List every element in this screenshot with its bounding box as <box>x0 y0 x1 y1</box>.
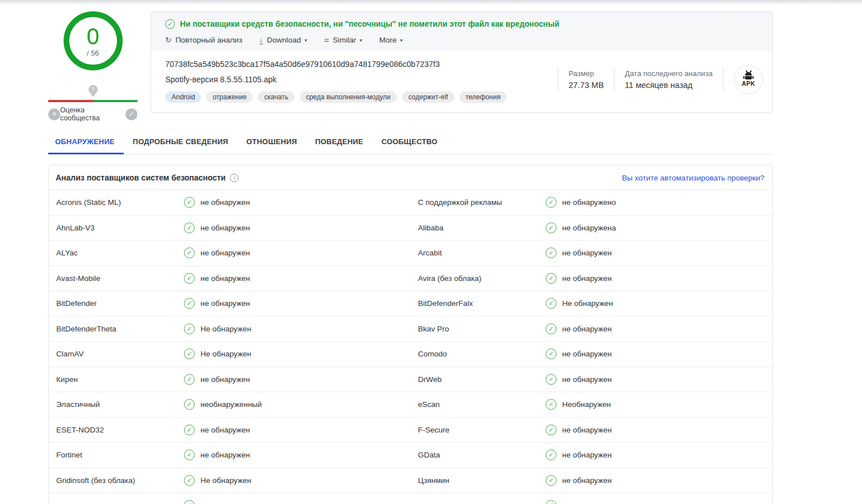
engine-name: Gridinsoft (без облака) <box>56 476 184 485</box>
apk-file-type-badge: APK <box>734 65 763 94</box>
status-text: не обнаружен <box>562 426 612 434</box>
vendor-cell: ✓ <box>411 500 772 504</box>
tag-generic[interactable]: содержит-elf <box>402 91 454 103</box>
tab-detection[interactable]: ОБНАРУЖЕНИЕ <box>48 131 124 154</box>
engine-status: ✓Не обнаружен <box>546 298 613 309</box>
tag-android[interactable]: Android <box>165 91 201 103</box>
engine-status: ✓не обнаружен <box>546 425 612 435</box>
check-icon: ✓ <box>546 273 556 284</box>
vote-harmless-button[interactable]: ✓ <box>125 108 137 120</box>
vendor-cell: Avast-Mobile✓не обнаружен <box>49 273 411 284</box>
engine-status: ✓не обнаружен <box>184 222 250 233</box>
check-icon: ✓ <box>184 348 195 359</box>
divider <box>558 68 558 91</box>
status-text: не обнаружен <box>562 325 612 333</box>
check-icon: ✓ <box>546 324 556 334</box>
divider <box>614 68 614 91</box>
engine-name: F-Secure <box>418 426 546 434</box>
status-text: Не обнаружен <box>562 299 613 308</box>
engine-name: Avast-Mobile <box>56 274 184 283</box>
tag-generic[interactable]: телефония <box>459 91 507 103</box>
check-icon: ✓ <box>546 298 556 309</box>
file-meta: Размер 27.73 MB Дата последнего анализа … <box>558 65 763 94</box>
status-text: Не обнаружен <box>200 476 251 485</box>
check-icon: ✓ <box>546 475 556 486</box>
divider <box>723 68 723 91</box>
vendor-cell: Цзянмин✓не обнаружен <box>411 475 772 486</box>
reanalyze-button[interactable]: ↻Повторный анализ <box>165 36 242 44</box>
vendor-rows: Acronis (Static ML)✓не обнаруженС поддер… <box>49 190 772 504</box>
download-button[interactable]: ↓Download▾ <box>260 36 307 44</box>
community-vote-row: × Оценка сообщества ✓ <box>48 106 137 122</box>
vendor-cell: GData✓не обнаружен <box>411 450 772 460</box>
similar-button[interactable]: ≈Similar▾ <box>324 36 362 44</box>
more-button[interactable]: More▾ <box>379 36 403 44</box>
table-row: ✓✓ <box>49 493 772 504</box>
reanalyze-button-label: Повторный анализ <box>175 36 242 44</box>
engine-name: Эластичный <box>56 400 184 409</box>
check-icon: ✓ <box>184 425 195 435</box>
engine-status: ✓не обнаружен <box>184 197 250 208</box>
vendor-cell: DrWeb✓не обнаружен <box>411 374 772 385</box>
tab-behavior[interactable]: ПОВЕДЕНИЕ <box>306 131 373 154</box>
engine-status: ✓Не обнаружен <box>184 475 251 486</box>
tag-generic[interactable]: скачать <box>258 91 294 103</box>
vendor-cell: Arcabit✓не обнаружен <box>411 247 772 258</box>
table-row: Avast-Mobile✓не обнаруженAvira (без обла… <box>49 266 772 291</box>
vote-malicious-button[interactable]: × <box>48 108 60 120</box>
vendor-cell: ✓ <box>49 500 411 504</box>
score-widget: 0 / 56 ? × Оценка сообщества ✓ <box>48 9 137 122</box>
engine-name: DrWeb <box>418 375 546 384</box>
status-text: не обнаружен <box>200 299 250 308</box>
close-icon: × <box>52 110 56 118</box>
tab-community[interactable]: СООБЩЕСТВО <box>373 131 447 154</box>
check-icon: ✓ <box>546 197 556 208</box>
info-icon[interactable]: i <box>230 174 238 182</box>
file-header-card: ✓ Ни поставщики средств безопасности, ни… <box>150 11 773 113</box>
engine-status: ✓не обнаружен <box>184 247 250 258</box>
table-row: ESET-NOD32✓не обнаруженF-Secure✓не обнар… <box>49 417 772 443</box>
question-icon: ? <box>89 85 98 94</box>
vendor-cell: Gridinsoft (без облака)✓Не обнаружен <box>49 475 411 486</box>
table-row: BitDefender✓не обнаруженBitDefenderFalx✓… <box>49 291 772 316</box>
status-text: Не обнаружен <box>200 350 251 358</box>
status-text: не обнаружен <box>562 476 612 485</box>
vendor-cell: eScan✓Необнаружен <box>411 399 772 410</box>
engine-name: BitDefender <box>56 299 184 308</box>
vendor-cell: Эластичный✓необнаруженный <box>49 399 411 410</box>
engine-name: Alibaba <box>418 224 546 232</box>
engine-name: Bkav Pro <box>418 325 546 333</box>
status-text: не обнаружен <box>562 274 612 283</box>
last-analysis-value: 11 месяцев назад <box>625 81 713 90</box>
vendor-cell: Alibaba✓не обнаружена <box>411 222 772 233</box>
check-icon: ✓ <box>546 500 556 504</box>
tag-generic[interactable]: отражение <box>206 91 253 103</box>
status-text: не обнаружен <box>562 375 612 384</box>
table-row: Эластичный✓необнаруженныйeScan✓Необнаруж… <box>49 392 772 417</box>
engine-name: ALYac <box>56 249 184 257</box>
engine-name: Acronis (Static ML) <box>56 198 184 207</box>
engine-status: ✓ <box>184 500 200 504</box>
tag-generic[interactable]: среда выполнения-модули <box>300 91 397 103</box>
detection-score-total: / 56 <box>87 49 99 57</box>
engine-status: ✓не обнаружен <box>546 475 612 486</box>
vendor-cell: ESET-NOD32✓не обнаружен <box>49 425 411 435</box>
automate-checks-link[interactable]: Вы хотите автоматизировать проверки? <box>622 174 764 182</box>
tab-relations[interactable]: ОТНОШЕНИЯ <box>237 131 306 154</box>
tab-details[interactable]: ПОДРОБНЫЕ СВЕДЕНИЯ <box>124 131 237 154</box>
check-icon: ✓ <box>184 273 195 284</box>
check-icon: ✓ <box>184 500 195 504</box>
status-text: не обнаружен <box>200 198 250 207</box>
verdict-banner: ✓ Ни поставщики средств безопасности, ни… <box>151 12 772 51</box>
chevron-down-icon: ▾ <box>400 37 403 43</box>
engine-name: Arcabit <box>418 249 546 257</box>
vendors-title: Анализ поставщиков систем безопасности <box>56 173 225 182</box>
tabs: ОБНАРУЖЕНИЕПОДРОБНЫЕ СВЕДЕНИЯОТНОШЕНИЯПО… <box>48 131 773 154</box>
engine-status: ✓не обнаружен <box>184 273 250 284</box>
check-icon: ✓ <box>184 399 195 410</box>
vendor-cell: F-Secure✓не обнаружен <box>411 425 772 435</box>
check-icon: ✓ <box>184 450 195 460</box>
more-button-label: More <box>379 36 397 44</box>
table-row: Gridinsoft (без облака)✓Не обнаруженЦзян… <box>49 468 772 493</box>
detection-score-ring: 0 / 56 <box>64 11 123 70</box>
